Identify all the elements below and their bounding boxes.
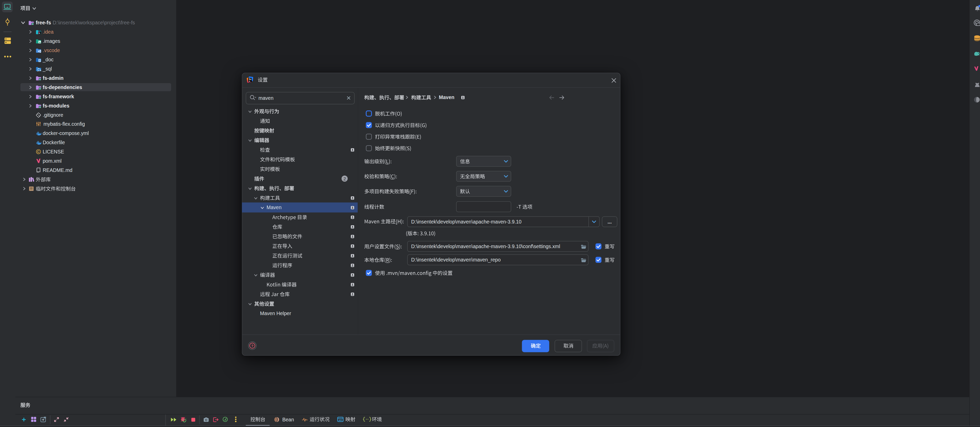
svg-text:2: 2 (344, 176, 346, 182)
svg-text:?: ? (251, 344, 254, 348)
svg-text:API: API (339, 419, 342, 421)
